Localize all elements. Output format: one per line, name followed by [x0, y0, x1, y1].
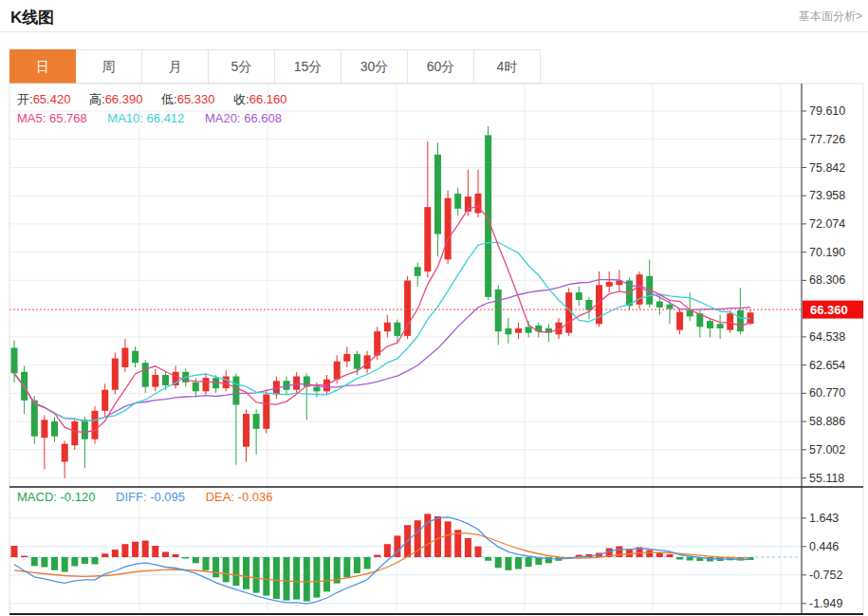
macd-bar: [162, 552, 169, 558]
candle-body: [475, 194, 482, 214]
macd-bar: [293, 557, 300, 600]
candle-body: [82, 420, 88, 439]
candle-body: [62, 444, 68, 462]
ma5-line: [14, 206, 750, 432]
candle-body: [243, 414, 249, 447]
macd-bar: [505, 557, 511, 570]
price-tick-label: 55.118: [809, 472, 844, 485]
candle-body: [293, 377, 300, 390]
macd-bar: [92, 557, 99, 565]
candle-body: [576, 292, 582, 300]
macd-tick-label: -0.752: [809, 569, 842, 582]
macd-bar: [475, 547, 482, 557]
price-tick-label: 73.958: [809, 189, 845, 202]
candle-body: [606, 282, 613, 287]
macd-bar: [142, 541, 149, 558]
macd-bar: [374, 555, 380, 558]
macd-bar: [121, 544, 128, 557]
candle-body: [445, 198, 452, 260]
candle-body: [253, 414, 260, 429]
macd-bar: [82, 557, 88, 564]
macd-bar: [263, 557, 269, 596]
price-tick-label: 64.538: [809, 330, 845, 344]
macd-bar: [445, 521, 452, 557]
candle-body: [132, 351, 139, 364]
candle-body: [142, 363, 149, 386]
candle-body: [343, 354, 350, 362]
candle-body: [727, 313, 733, 329]
price-tick-label: 62.654: [809, 359, 845, 372]
candle-body: [404, 281, 411, 336]
ma-legend: MA5: 65.768 MA10: 66.412 MA20: 66.608: [17, 111, 299, 125]
candle-body: [495, 289, 502, 331]
ma10-line: [14, 242, 750, 421]
candle-body: [51, 421, 58, 437]
candle-body: [676, 312, 683, 330]
candle-body: [415, 267, 421, 276]
candle-body: [263, 395, 269, 429]
macd-bar: [243, 557, 249, 589]
candle-body: [434, 155, 441, 234]
kline-widget: K线图 基本面分析> 日 周 月 5分 15分 30分 60分 4时 79.61…: [0, 0, 868, 616]
candle-body: [394, 323, 400, 336]
candle-body: [41, 420, 47, 438]
macd-bar: [304, 557, 310, 602]
macd-bar: [51, 557, 58, 570]
candle-body: [223, 377, 230, 389]
macd-bar: [182, 557, 189, 559]
macd-bar: [646, 551, 653, 558]
price-tick-label: 58.886: [809, 415, 845, 428]
macd-bar: [212, 557, 219, 577]
macd-bar: [223, 557, 230, 582]
macd-bar: [313, 557, 320, 598]
macd-bar: [203, 557, 210, 570]
current-price-tag-label: 66.360: [810, 303, 848, 317]
candle-body: [193, 383, 199, 392]
candle-body: [656, 302, 663, 308]
macd-bar: [193, 557, 199, 563]
macd-bar: [152, 546, 158, 557]
macd-bar: [515, 557, 522, 569]
candle-body: [203, 378, 210, 391]
macd-tick-label: 1.643: [809, 512, 839, 525]
macd-bar: [62, 557, 68, 572]
macd-bar: [687, 557, 693, 561]
price-tick-label: 77.726: [809, 133, 845, 146]
macd-bar: [11, 546, 18, 557]
macd-bar: [485, 557, 491, 561]
candle-body: [11, 348, 18, 374]
macd-bar: [41, 557, 47, 568]
candle-body: [232, 377, 239, 405]
ma5-pair: MA5: 65.768: [17, 111, 87, 125]
candle-body: [121, 348, 128, 368]
candle-body: [667, 305, 674, 309]
macd-bar: [173, 554, 179, 557]
macd-bar: [102, 553, 108, 557]
candle-body: [384, 323, 391, 332]
macd-tick-label: 0.446: [809, 540, 839, 553]
diff-pair: DIFF: -0.095: [116, 490, 185, 504]
price-tick-label: 60.770: [809, 386, 845, 400]
ma10-pair: MA10: 66.412: [107, 111, 184, 125]
macd-pair: MACD: -0.120: [17, 490, 95, 504]
macd-bar: [253, 557, 260, 593]
price-tick-label: 70.190: [809, 246, 845, 259]
candle-body: [424, 207, 431, 271]
candle-body: [31, 401, 38, 437]
macd-legend: MACD: -0.120 DIFF: -0.095 DEA: -0.036: [17, 490, 289, 504]
macd-bar: [667, 554, 674, 557]
price-tick-label: 68.306: [809, 273, 845, 287]
ma20-pair: MA20: 66.608: [205, 111, 282, 125]
candle-body: [92, 411, 99, 439]
candle-body: [334, 362, 341, 380]
open-pair: 开:65.420: [17, 92, 70, 106]
candle-body: [526, 327, 532, 332]
high-pair: 高:66.390: [89, 92, 142, 106]
ohlc-legend: 开:65.420 高:66.390 低:65.330 收:66.160: [17, 91, 302, 108]
macd-bar: [424, 513, 431, 557]
macd-bar: [343, 557, 350, 577]
price-tick-label: 57.002: [809, 443, 845, 457]
macd-bar: [354, 557, 360, 573]
macd-bar: [676, 557, 683, 560]
candle-body: [505, 328, 511, 334]
